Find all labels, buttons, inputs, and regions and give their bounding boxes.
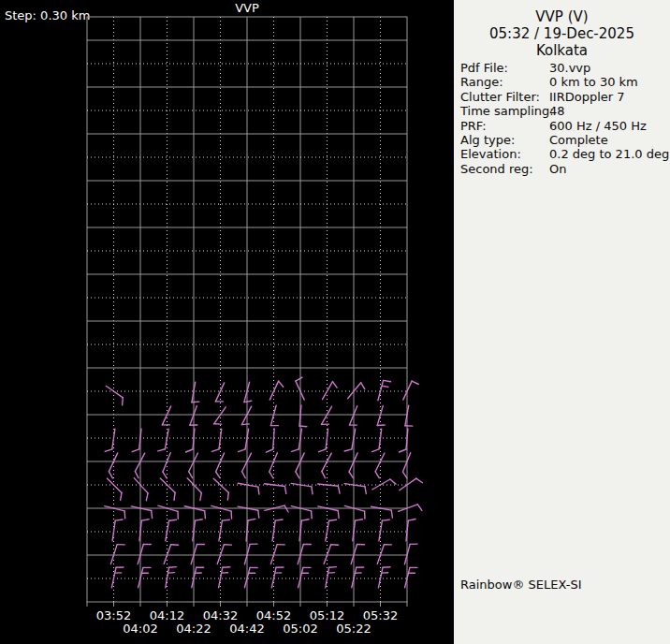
wind-barb-segment	[141, 520, 149, 520]
wind-barb-segment	[331, 545, 339, 546]
wind-barb-segment	[391, 510, 392, 518]
wind-barb-segment	[106, 386, 123, 398]
wind-barb-segment	[186, 449, 194, 452]
info-field-label: Elevation:	[460, 147, 549, 161]
panel-fields: Pdf File:30.vvpRange:0 km to 30 kmClutte…	[454, 61, 670, 176]
wind-barb-segment	[382, 386, 388, 387]
wind-barb-segment	[217, 545, 224, 564]
wind-barb-segment	[356, 520, 363, 520]
x-axis-label: 05:12	[307, 609, 348, 622]
wind-barb-segment	[412, 381, 418, 384]
wind-barb-segment	[312, 511, 313, 519]
wind-barb-segment	[242, 472, 246, 478]
wind-barb-segment	[219, 567, 223, 588]
wind-barb-segment	[365, 487, 366, 494]
wind-barb-segment	[187, 478, 201, 493]
wind-barb-segment	[166, 567, 169, 588]
panel-footer-brand: Rainbow® SELEX-SI	[460, 578, 582, 592]
wind-barb-segment	[132, 449, 139, 452]
wind-barb-segment	[378, 567, 383, 588]
wind-barb-segment	[239, 449, 246, 452]
wind-barb-segment	[246, 520, 248, 541]
wind-barb-segment	[266, 449, 272, 452]
info-field-value: IIRDoppler 7	[549, 90, 625, 104]
info-field-label: Pdf File:	[460, 61, 549, 75]
info-field-value: On	[549, 162, 566, 176]
x-axis-label: 04:32	[200, 609, 241, 622]
wind-barb-segment	[377, 405, 383, 425]
wind-barb-segment	[379, 429, 382, 449]
wind-barb-segment	[193, 429, 195, 449]
wind-barb-segment	[284, 505, 288, 512]
wind-barb-segment	[378, 380, 384, 400]
wind-barb-segment	[406, 429, 408, 449]
wind-barb-segment	[134, 478, 148, 493]
wind-barb-segment	[375, 472, 379, 478]
x-axis-label: 04:52	[254, 609, 295, 622]
wind-barb-segment	[299, 426, 307, 427]
wind-barb-segment	[338, 511, 339, 519]
wind-barb-segment	[168, 573, 175, 574]
plot-title: VVP	[87, 1, 407, 15]
wind-barb-segment	[196, 520, 203, 520]
x-axis-label: 05:32	[360, 609, 401, 622]
info-field-label: Range:	[460, 75, 549, 89]
wind-barb-segment	[213, 478, 228, 492]
info-field-label: PRF:	[460, 119, 549, 133]
wind-barb-segment	[296, 377, 302, 381]
wind-barb-segment	[349, 472, 353, 478]
wind-barb-segment	[107, 478, 122, 493]
wind-barb-segment	[348, 383, 361, 399]
wind-barb-segment	[200, 493, 201, 501]
wind-barb-segment	[361, 383, 365, 389]
wind-barb-segment	[169, 567, 177, 568]
wind-barb-segment	[110, 545, 117, 564]
info-field-value: 30.vvp	[549, 61, 590, 75]
wind-barb-segment	[219, 429, 222, 449]
wind-barb-segment	[222, 520, 229, 520]
wind-barb-segment	[111, 567, 116, 588]
wind-barb-segment	[152, 511, 153, 519]
wind-barb-segment	[344, 449, 352, 451]
wind-barb-segment	[417, 505, 422, 511]
wind-barb-segment	[124, 511, 125, 519]
wind-barb-segment	[328, 573, 335, 574]
wind-barb-segment	[205, 511, 206, 519]
wind-barb-segment	[121, 493, 122, 501]
info-field-label: Alg type:	[460, 133, 549, 147]
wind-barb-segment	[231, 511, 232, 519]
info-panel: VVP (V) 05:32 / 19-Dec-2025 Kolkata Pdf …	[454, 0, 670, 644]
info-field-row: Second reg:On	[454, 162, 670, 176]
info-field-label: Clutter Filter:	[460, 90, 549, 104]
wind-barb-segment	[241, 424, 249, 425]
panel-product-title: VVP (V)	[454, 8, 670, 25]
wind-barb-segment	[146, 493, 148, 501]
wind-barb-segment	[163, 472, 167, 478]
wind-barb-segment	[192, 402, 199, 402]
wind-barb-segment	[216, 472, 221, 478]
wind-barb-segment	[164, 545, 171, 564]
wind-barb-segment	[273, 429, 275, 449]
wind-barb-segment	[292, 449, 299, 452]
panel-site-name: Kolkata	[454, 42, 670, 59]
x-axis-label: 05:22	[333, 622, 374, 636]
wind-barb-segment	[299, 405, 301, 426]
wind-barb-segment	[109, 472, 112, 478]
wind-barb-segment	[372, 449, 380, 452]
panel-header: VVP (V) 05:32 / 19-Dec-2025 Kolkata	[454, 0, 670, 59]
wind-barb-segment	[284, 487, 285, 494]
wind-barb-segment	[408, 520, 415, 521]
wind-barb-segment	[326, 567, 329, 588]
wind-barb-segment	[322, 453, 331, 471]
wind-barb-segment	[390, 479, 396, 484]
altitude-step-label: Step: 0.30 km	[5, 8, 90, 22]
wind-barb-segment	[384, 380, 391, 381]
info-field-row: Elevation:0.2 deg to 21.0 deg	[454, 147, 670, 161]
wind-barb-segment	[123, 398, 124, 405]
wind-barb-segment	[248, 519, 255, 520]
info-field-row: Range:0 km to 30 km	[454, 75, 670, 89]
wind-barb-segment	[377, 545, 384, 564]
x-axis-label: 04:22	[173, 622, 214, 636]
wind-barb-segment	[169, 520, 177, 520]
wind-barb-segment	[312, 487, 313, 494]
